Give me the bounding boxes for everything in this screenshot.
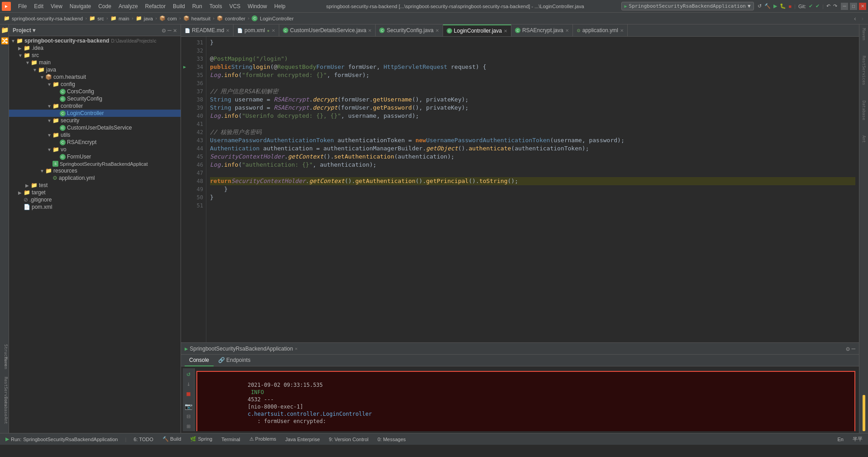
menu-refactor[interactable]: Refactor [142,2,169,10]
run-camera-icon[interactable]: 📷 [185,403,192,410]
tab-logincontroller[interactable]: C LoginController.java ✕ [443,24,511,37]
run-filter-icon[interactable]: ⊞ [186,423,190,430]
toolbar-reload-icon[interactable]: ↺ [758,3,762,9]
nav-back-icon[interactable]: ‹ [853,15,857,22]
status-terminal[interactable]: Terminal [219,437,242,442]
tree-utils[interactable]: ▼ 📁 utils [9,131,181,139]
tree-comheartsuit[interactable]: ▼ 📦 com.heartsuit [9,73,181,81]
tab-readme-close[interactable]: ✕ [226,28,229,33]
tab-logincontroller-close[interactable]: ✕ [504,29,507,34]
status-run-item[interactable]: ▶ Run: SpringbootSecurityRsaBackendAppli… [4,436,119,442]
toolbar-redo-icon[interactable]: ↷ [833,3,837,9]
tree-corsconfig[interactable]: ▶ C CorsConfig [9,88,181,95]
activity-project-icon[interactable]: 📁 [1,26,8,34]
tab-customuserdetails[interactable]: C CustomUserDetailsService.java ✕ [279,24,376,37]
tree-pomxml[interactable]: ▶ 📄 pom.xml [9,203,181,211]
code-editor[interactable]: } @PostMapping("/login") public String l… [206,37,859,342]
status-todo[interactable]: 6: TODO [132,437,155,442]
status-encoding[interactable]: En [836,437,845,442]
btab-endpoints[interactable]: 🔗Endpoints [214,355,255,366]
run-fold-icon[interactable]: ⊟ [186,413,190,420]
tree-applicationyml[interactable]: ▶ ⚙ application.yml [9,174,181,182]
menu-code[interactable]: Code [95,2,115,10]
activity-maven-icon[interactable]: Maven [1,357,8,364]
toolbar-debug-icon[interactable]: 🐛 [780,3,786,9]
tree-springbootapp[interactable]: ▶ S SpringbootSecurityRsaBackendApplicat [9,160,181,167]
run-config-arrow[interactable]: ▼ [748,3,751,9]
menu-edit[interactable]: Edit [30,2,47,10]
run-scroll-down-icon[interactable]: ↓ [186,380,190,387]
minimize-button[interactable]: ─ [841,3,848,10]
menu-build[interactable]: Build [169,2,189,10]
menu-file[interactable]: File [14,2,30,10]
run-stop-icon[interactable]: ■ [186,390,190,397]
run-gutter-icon[interactable]: ▶ [181,63,188,71]
run-settings-icon[interactable]: ⚙ [846,345,849,352]
toolbar-stop-icon[interactable]: ■ [789,4,792,9]
status-spring[interactable]: 🌿 Spring [188,436,214,442]
status-problems[interactable]: ⚠ Problems [248,436,278,442]
menu-help[interactable]: Help [271,2,289,10]
status-messages[interactable]: 0: Messages [376,437,407,442]
tab-securityconfig[interactable]: C SecurityConfig.java ✕ [376,24,443,37]
tab-rsaencrypt[interactable]: C RSAEncrypt.java ✕ [511,24,573,37]
run-minimize-icon[interactable]: ─ [852,345,855,352]
tree-resources[interactable]: ▼ 📁 resources [9,167,181,174]
status-lang[interactable]: 半平 [851,436,864,443]
tree-target[interactable]: ▶ 📁 target [9,189,181,196]
maximize-button[interactable]: □ [850,3,857,10]
run-rerun-icon[interactable]: ↺ [186,370,190,377]
tab-rsaencrypt-close[interactable]: ✕ [565,28,569,33]
tree-rsaencrypt[interactable]: ▶ C RSAEncrypt [9,139,181,146]
menu-navigate[interactable]: Navigate [66,2,95,10]
menu-vcs[interactable]: VCS [226,2,244,10]
run-settings-icon2[interactable]: ⚙ [186,433,190,433]
tab-customuserdetails-close[interactable]: ✕ [368,28,372,33]
toolbar-build-icon[interactable]: 🔨 [764,3,771,9]
tab-pomxml[interactable]: 📄 pom.xml ● ✕ [234,24,279,37]
activity-database-icon[interactable]: Database [1,397,8,404]
menu-window[interactable]: Window [244,2,271,10]
tree-config[interactable]: ▼ 📁 config [9,81,181,88]
tab-securityconfig-close[interactable]: ✕ [435,28,439,33]
activity-ant-icon[interactable]: Ant [1,417,8,424]
activity-restservices-icon[interactable]: RestServices [1,377,8,384]
tree-vo[interactable]: ▼ 📁 vo [9,146,181,153]
menu-view[interactable]: View [47,2,66,10]
btab-console[interactable]: Console [185,355,214,366]
nav-fwd-icon[interactable]: › [861,15,864,22]
git-push-icon[interactable]: ✔ [816,3,820,9]
tab-applicationyml-close[interactable]: ✕ [620,28,624,33]
tree-src[interactable]: ▼ 📁 src [9,52,181,59]
tab-readme[interactable]: 📄 README.md ✕ [181,24,234,37]
database-panel-icon[interactable]: Database [862,99,866,122]
maven-panel-icon[interactable]: Maven [862,26,866,42]
run-config-dropdown[interactable]: ▶ SpringbootSecurityRsaBackendApplicatio… [621,2,754,10]
tree-gitignore[interactable]: ▶ ⊘ .gitignore [9,196,181,203]
tree-securityconfig[interactable]: ▶ C SecurityConfig [9,95,181,102]
tab-pomxml-close[interactable]: ✕ [272,28,275,33]
tree-main[interactable]: ▼ 📁 main [9,59,181,66]
status-javaenterprise[interactable]: Java Enterprise [283,437,321,442]
project-settings-icon[interactable]: ⚙ [162,27,166,34]
tree-controller[interactable]: ▼ 📁 controller [9,102,181,110]
tree-test[interactable]: ▶ 📁 test [9,182,181,189]
toolbar-run-icon[interactable]: ▶ [773,3,777,9]
project-expand-icon[interactable]: × [173,27,177,34]
run-tab-close[interactable]: ✕ [295,346,297,351]
ant-panel-icon[interactable]: Ant [862,134,866,144]
restservices-panel-icon[interactable]: RestServices [862,54,866,87]
tree-security[interactable]: ▼ 📁 security [9,117,181,124]
tree-customuserdetailsservice[interactable]: ▶ C CustomUserDetailsService [9,124,181,131]
activity-commit-icon[interactable]: 🔀 [1,37,8,44]
tree-logincontroller[interactable]: ▶ C LoginController [9,110,181,117]
tree-root[interactable]: ▼ 📁 springboot-security-rsa-backend D:\J… [9,37,181,44]
tab-applicationyml[interactable]: ⚙ application.yml ✕ [573,24,628,37]
menu-run[interactable]: Run [189,2,206,10]
toolbar-undo-icon[interactable]: ↶ [826,3,830,9]
tree-idea[interactable]: ▶ 📁 .idea [9,44,181,52]
activity-structure-icon[interactable]: Structure [1,344,8,351]
tree-formuser[interactable]: ▶ C FormUser [9,153,181,160]
menu-tools[interactable]: Tools [206,2,226,10]
close-button[interactable]: ✕ [859,3,866,10]
